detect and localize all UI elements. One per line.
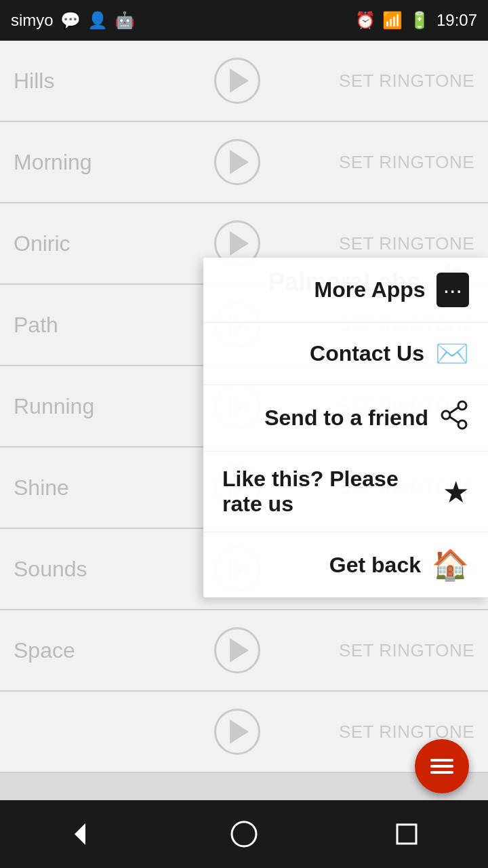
menu-item-rate[interactable]: Like this? Please rate us ★: [203, 452, 488, 532]
apps-icon: ···: [436, 273, 469, 307]
home-button[interactable]: [228, 818, 260, 850]
menu-item-share[interactable]: Send to a friend: [203, 385, 488, 452]
home-icon: 🏠: [432, 547, 469, 583]
svg-line-3: [450, 408, 458, 413]
svg-line-4: [450, 417, 458, 422]
svg-rect-7: [397, 825, 416, 844]
navigation-bar: [0, 800, 488, 868]
menu-item-more-apps[interactable]: More Apps ···: [203, 258, 488, 323]
carrier-label: simyo: [11, 11, 54, 30]
status-bar: simyo 💬 👤 🤖 ⏰ 📶 🔋 19:07: [0, 0, 488, 41]
battery-icon: 🔋: [409, 11, 430, 30]
sms-icon: 💬: [60, 11, 81, 30]
fab-line-3: [430, 771, 453, 774]
share-icon: [439, 400, 469, 436]
more-apps-label: More Apps: [314, 277, 426, 302]
fab-line-2: [430, 765, 453, 768]
back-button[interactable]: [65, 818, 98, 850]
mail-icon: ✉️: [435, 338, 469, 370]
menu-item-contact[interactable]: Contact Us ✉️: [203, 323, 488, 385]
star-icon: ★: [443, 475, 469, 509]
status-left: simyo 💬 👤 🤖: [11, 11, 135, 30]
overlay-menu: More Apps ··· Contact Us ✉️ Send to a fr…: [203, 258, 488, 597]
contact-label: Contact Us: [310, 341, 424, 366]
menu-item-get-back[interactable]: Get back 🏠: [203, 532, 488, 597]
android-icon: 🤖: [115, 11, 135, 30]
status-right: ⏰ 📶 🔋 19:07: [355, 11, 477, 30]
recents-button[interactable]: [390, 818, 423, 850]
svg-point-2: [458, 420, 466, 429]
svg-point-6: [232, 822, 256, 846]
svg-marker-5: [75, 823, 85, 845]
share-label: Send to a friend: [264, 406, 428, 431]
rate-label: Like this? Please rate us: [222, 467, 432, 517]
time-label: 19:07: [436, 11, 477, 30]
fab-button[interactable]: [415, 739, 469, 793]
alarm-icon: ⏰: [355, 11, 375, 30]
svg-point-1: [442, 411, 450, 419]
get-back-label: Get back: [329, 553, 421, 578]
fab-line-1: [430, 759, 453, 762]
menu-icon: [430, 759, 453, 774]
notification-icon: 👤: [87, 11, 108, 30]
signal-icon: 📶: [382, 11, 403, 30]
svg-point-0: [458, 401, 466, 410]
